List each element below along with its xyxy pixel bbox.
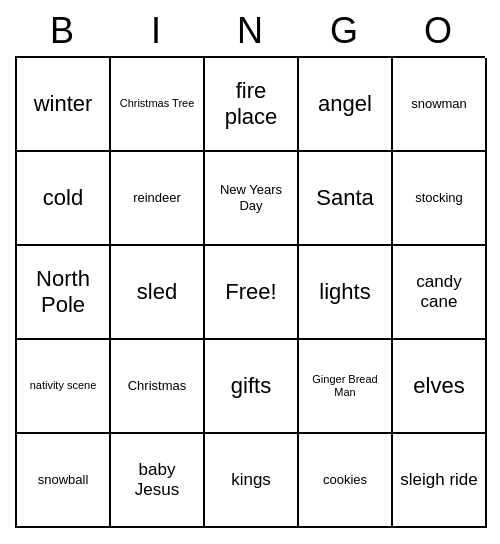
cell-text-5: cold xyxy=(43,185,83,211)
bingo-cell-7: New Years Day xyxy=(205,152,299,246)
bingo-cell-22: kings xyxy=(205,434,299,528)
cell-text-10: North Pole xyxy=(21,266,105,319)
bingo-cell-16: Christmas xyxy=(111,340,205,434)
bingo-header: BINGO xyxy=(15,10,485,52)
bingo-cell-4: snowman xyxy=(393,58,487,152)
bingo-cell-14: candy cane xyxy=(393,246,487,340)
cell-text-0: winter xyxy=(34,91,93,117)
bingo-cell-17: gifts xyxy=(205,340,299,434)
bingo-cell-15: nativity scene xyxy=(17,340,111,434)
cell-text-4: snowman xyxy=(411,96,467,112)
cell-text-2: fire place xyxy=(209,78,293,131)
bingo-cell-21: baby Jesus xyxy=(111,434,205,528)
bingo-cell-23: cookies xyxy=(299,434,393,528)
bingo-cell-11: sled xyxy=(111,246,205,340)
bingo-cell-13: lights xyxy=(299,246,393,340)
header-letter-n: N xyxy=(206,10,294,52)
bingo-cell-3: angel xyxy=(299,58,393,152)
cell-text-18: Ginger Bread Man xyxy=(303,373,387,399)
cell-text-16: Christmas xyxy=(128,378,187,394)
cell-text-15: nativity scene xyxy=(30,379,97,392)
cell-text-1: Christmas Tree xyxy=(120,97,195,110)
bingo-cell-0: winter xyxy=(17,58,111,152)
cell-text-9: stocking xyxy=(415,190,463,206)
bingo-cell-1: Christmas Tree xyxy=(111,58,205,152)
bingo-cell-20: snowball xyxy=(17,434,111,528)
bingo-cell-5: cold xyxy=(17,152,111,246)
cell-text-8: Santa xyxy=(316,185,374,211)
cell-text-6: reindeer xyxy=(133,190,181,206)
cell-text-11: sled xyxy=(137,279,177,305)
cell-text-7: New Years Day xyxy=(209,182,293,213)
cell-text-14: candy cane xyxy=(397,272,481,313)
cell-text-19: elves xyxy=(413,373,464,399)
cell-text-13: lights xyxy=(319,279,370,305)
header-letter-g: G xyxy=(300,10,388,52)
bingo-cell-19: elves xyxy=(393,340,487,434)
bingo-cell-18: Ginger Bread Man xyxy=(299,340,393,434)
cell-text-20: snowball xyxy=(38,472,89,488)
cell-text-21: baby Jesus xyxy=(115,460,199,501)
bingo-cell-24: sleigh ride xyxy=(393,434,487,528)
bingo-cell-6: reindeer xyxy=(111,152,205,246)
header-letter-o: O xyxy=(394,10,482,52)
bingo-cell-12: Free! xyxy=(205,246,299,340)
cell-text-17: gifts xyxy=(231,373,271,399)
cell-text-23: cookies xyxy=(323,472,367,488)
cell-text-3: angel xyxy=(318,91,372,117)
bingo-grid: winterChristmas Treefire placeangelsnowm… xyxy=(15,56,485,528)
header-letter-b: B xyxy=(18,10,106,52)
bingo-cell-10: North Pole xyxy=(17,246,111,340)
cell-text-24: sleigh ride xyxy=(400,470,478,490)
bingo-cell-9: stocking xyxy=(393,152,487,246)
bingo-cell-8: Santa xyxy=(299,152,393,246)
cell-text-22: kings xyxy=(231,470,271,490)
cell-text-12: Free! xyxy=(225,279,276,305)
header-letter-i: I xyxy=(112,10,200,52)
bingo-cell-2: fire place xyxy=(205,58,299,152)
